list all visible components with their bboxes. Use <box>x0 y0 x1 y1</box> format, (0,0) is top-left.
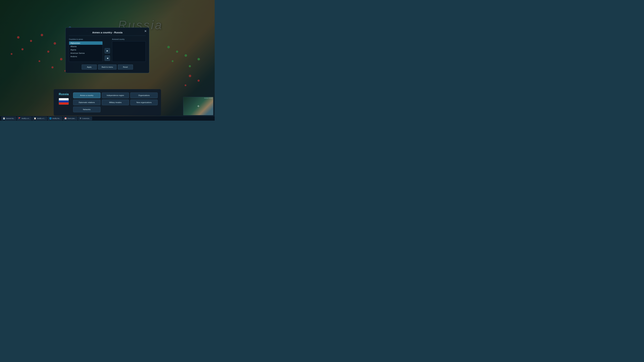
diplomatic-relations-button[interactable]: Diplomatic relations <box>73 99 100 105</box>
taskbar-label: Customize... <box>82 118 90 119</box>
taskbar-item-event[interactable]: 📅 Event plan... <box>63 117 78 120</box>
taskbar-item-modify-ni[interactable]: 🚩 Modify a ni... <box>17 117 32 120</box>
taskbar: 💾 General da... 🚩 Modify a ni... 📋 Modif… <box>0 116 215 121</box>
countries-to-annex-column: Countries to annex Afghanistan Albania A… <box>69 38 103 62</box>
minimap-crosshair: ✛ <box>197 105 200 108</box>
minimap: 01/01/1 00:00 ✛ <box>183 97 213 115</box>
reset-button[interactable]: Reset <box>118 64 133 69</box>
list-item[interactable]: Afghanistan <box>69 41 102 45</box>
new-organizations-button[interactable]: New organizations <box>130 99 158 105</box>
networks-button[interactable]: Networks <box>73 107 100 112</box>
bottom-panel: Russia Annex a country Independence regi… <box>54 89 161 116</box>
move-left-button[interactable]: ◀ <box>105 55 110 61</box>
taskbar-item-customize[interactable]: ⚙ Customize... <box>78 117 92 120</box>
annex-country-button[interactable]: Annex a country <box>73 92 100 98</box>
independence-region-button[interactable]: Independence region <box>102 92 129 98</box>
taskbar-item-general[interactable]: 💾 General da... <box>1 117 16 120</box>
country-info: Russia <box>57 92 70 105</box>
russia-flag <box>59 98 69 105</box>
move-right-button[interactable]: ▶ <box>105 48 110 53</box>
annexed-country-header: Annexed country <box>112 38 146 40</box>
taskbar-label: Modify a ni... <box>22 118 30 119</box>
taskbar-item-modify-c[interactable]: 📋 Modify a C... <box>32 117 47 120</box>
taskbar-label: Modify a C... <box>37 118 46 119</box>
dialog-actions: Apply Back to menu Reset <box>69 64 146 69</box>
transfer-arrows: ▶ ◀ <box>105 38 110 62</box>
clipboard-icon: 📋 <box>34 117 36 119</box>
globe-icon: 🌐 <box>49 117 52 119</box>
annexed-country-list[interactable] <box>112 41 146 62</box>
back-to-menu-button[interactable]: Back to menu <box>98 64 116 69</box>
minimap-time: 01/01/1 00:00 <box>204 97 212 99</box>
country-name: Russia <box>59 92 68 96</box>
list-item[interactable]: Algeria <box>69 48 102 51</box>
taskbar-label: Event plan... <box>68 118 76 119</box>
military-treaties-button[interactable]: Military treaties <box>102 99 129 105</box>
flag-red-stripe <box>59 102 68 105</box>
calendar-icon: 📅 <box>64 117 67 119</box>
countries-to-annex-header: Countries to annex <box>69 38 103 40</box>
list-item[interactable]: American Samoa <box>69 51 102 55</box>
organizations-button[interactable]: Organizations <box>130 92 158 98</box>
dialog-title: Annex a country - Russia <box>69 31 146 36</box>
flag-white-stripe <box>59 98 68 100</box>
flag-blue-stripe <box>59 100 68 103</box>
dialog-content: Countries to annex Afghanistan Albania A… <box>69 38 146 62</box>
dialog-close-button[interactable]: ✕ <box>144 30 147 33</box>
list-item[interactable]: Andorra <box>69 55 102 58</box>
gear-icon: ⚙ <box>80 117 81 119</box>
action-buttons-grid: Annex a country Independence region Orga… <box>73 92 158 112</box>
apply-button[interactable]: Apply <box>82 64 97 69</box>
list-item[interactable]: Albania <box>69 45 102 48</box>
annex-dialog: Annex a country - Russia ✕ Countries to … <box>66 27 149 73</box>
countries-to-annex-list[interactable]: Afghanistan Albania Algeria American Sam… <box>69 41 103 62</box>
save-icon: 💾 <box>3 117 5 119</box>
flag-icon: 🚩 <box>18 117 21 119</box>
taskbar-item-modify-the[interactable]: 🌐 Modify the... <box>48 117 62 120</box>
annexed-country-column: Annexed country <box>112 38 146 62</box>
taskbar-label: Modify the... <box>52 118 61 119</box>
taskbar-label: General da... <box>6 118 15 119</box>
